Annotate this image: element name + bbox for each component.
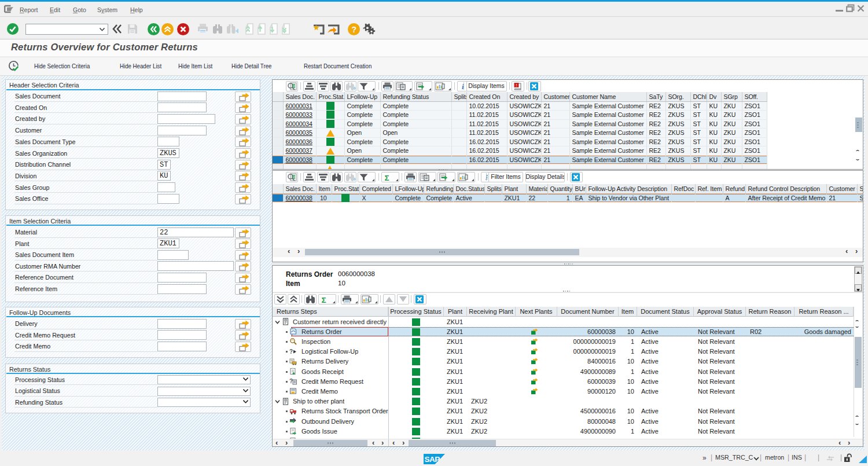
- svg-text:?: ?: [352, 25, 357, 34]
- svg-text:SAP: SAP: [425, 455, 440, 464]
- svg-text:?: ?: [289, 378, 293, 384]
- svg-text:?: ?: [289, 348, 293, 355]
- svg-text:Σ: Σ: [384, 174, 389, 182]
- svg-text:Σ: Σ: [321, 296, 326, 304]
